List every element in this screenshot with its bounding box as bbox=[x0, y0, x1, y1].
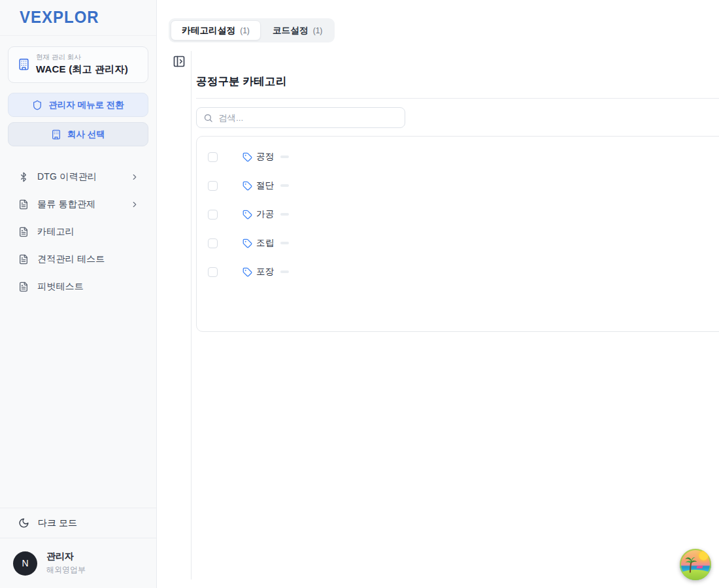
category-checkbox[interactable] bbox=[208, 267, 218, 277]
main-content: 카테고리설정 (1) 코드설정 (1) 공정구분 카테고리 bbox=[157, 0, 719, 588]
company-card-label: 현재 관리 회사 bbox=[36, 53, 128, 62]
vexplor-logo: VEXPLOR bbox=[20, 8, 99, 27]
category-dash bbox=[280, 213, 289, 216]
tag-icon bbox=[242, 238, 252, 248]
vertical-divider bbox=[191, 51, 192, 580]
sidebar-nav: DTG 이력관리 물류 통합관제 카테고리 견적관리 테스트 bbox=[0, 163, 156, 301]
user-department: 해외영업부 bbox=[46, 564, 86, 576]
category-row: 포장 bbox=[197, 257, 719, 286]
search-input[interactable] bbox=[218, 113, 398, 123]
category-row: 절단 bbox=[197, 171, 719, 200]
select-company-button[interactable]: 회사 선택 bbox=[8, 122, 148, 146]
current-company-card: 현재 관리 회사 WACE (최고 관리자) bbox=[8, 46, 148, 83]
category-row: 가공 bbox=[197, 200, 719, 229]
category-checkbox[interactable] bbox=[208, 181, 218, 191]
search-icon bbox=[203, 113, 213, 123]
tag-icon bbox=[242, 210, 252, 220]
category-dash bbox=[280, 184, 289, 187]
sidebar-spacer bbox=[0, 301, 156, 508]
palm-tree-icon bbox=[682, 554, 700, 574]
switch-admin-menu-button[interactable]: 관리자 메뉴로 전환 bbox=[8, 93, 148, 117]
user-name: 관리자 bbox=[46, 551, 86, 563]
category-checkbox[interactable] bbox=[208, 152, 218, 162]
sidebar-item-label: 카테고리 bbox=[37, 226, 75, 238]
category-row: 공정 bbox=[197, 142, 719, 171]
tag-icon bbox=[242, 267, 252, 277]
tab-label: 코드설정 bbox=[273, 25, 309, 37]
select-company-label: 회사 선택 bbox=[67, 129, 105, 140]
sidebar-item-label: DTG 이력관리 bbox=[37, 171, 97, 183]
category-dash bbox=[280, 242, 289, 244]
avatar: N bbox=[13, 551, 37, 576]
tab-count-badge: (1) bbox=[240, 26, 250, 35]
dark-mode-label: 다크 모드 bbox=[38, 517, 77, 529]
settings-tabbar: 카테고리설정 (1) 코드설정 (1) bbox=[169, 18, 335, 42]
document-icon bbox=[18, 227, 29, 237]
sidebar-item-logistics-control[interactable]: 물류 통합관제 bbox=[0, 191, 156, 218]
tab-category-settings[interactable]: 카테고리설정 (1) bbox=[171, 20, 261, 41]
tab-code-settings[interactable]: 코드설정 (1) bbox=[262, 20, 333, 41]
sidebar-item-dtg-history[interactable]: DTG 이력관리 bbox=[0, 163, 156, 191]
category-checkbox[interactable] bbox=[208, 238, 218, 248]
sidebar-item-quote-test[interactable]: 견적관리 테스트 bbox=[0, 246, 156, 273]
bluetooth-icon bbox=[18, 172, 29, 182]
building-icon bbox=[18, 58, 30, 71]
dark-mode-toggle[interactable]: 다크 모드 bbox=[0, 508, 156, 538]
section-title: 공정구분 카테고리 bbox=[196, 74, 719, 89]
panel-collapse-toggle-icon[interactable] bbox=[173, 55, 187, 69]
sidebar-item-label: 견적관리 테스트 bbox=[37, 253, 105, 265]
category-dash bbox=[280, 270, 289, 273]
category-dash bbox=[280, 155, 289, 158]
category-search bbox=[196, 107, 405, 128]
category-label[interactable]: 공정 bbox=[256, 151, 274, 163]
tag-icon bbox=[242, 181, 252, 191]
tag-icon bbox=[242, 152, 252, 162]
category-row: 조립 bbox=[197, 229, 719, 257]
chevron-right-icon bbox=[130, 172, 139, 182]
tab-count-badge: (1) bbox=[313, 26, 323, 35]
section-divider bbox=[196, 98, 719, 99]
moon-icon bbox=[18, 517, 29, 529]
category-section: 공정구분 카테고리 공정 bbox=[196, 51, 719, 332]
category-label[interactable]: 포장 bbox=[256, 266, 274, 278]
sidebar-item-category[interactable]: 카테고리 bbox=[0, 218, 156, 246]
switch-admin-menu-label: 관리자 메뉴로 전환 bbox=[48, 99, 124, 111]
logo-row: VEXPLOR bbox=[0, 0, 156, 36]
island-widget-button[interactable] bbox=[680, 549, 711, 580]
chevron-right-icon bbox=[130, 200, 139, 209]
category-label[interactable]: 가공 bbox=[256, 208, 274, 220]
company-name: WACE (최고 관리자) bbox=[36, 63, 128, 76]
tab-label: 카테고리설정 bbox=[182, 25, 235, 37]
category-label[interactable]: 조립 bbox=[256, 237, 274, 249]
building-icon bbox=[51, 129, 61, 140]
category-tree-panel: 공정 절단 가공 bbox=[196, 136, 719, 332]
document-icon bbox=[18, 282, 29, 292]
shield-icon bbox=[32, 100, 42, 110]
document-icon bbox=[18, 199, 29, 210]
category-checkbox[interactable] bbox=[208, 210, 218, 220]
sidebar-item-label: 물류 통합관제 bbox=[37, 199, 95, 210]
sidebar-item-pivot-test[interactable]: 피벗테스트 bbox=[0, 273, 156, 301]
user-profile[interactable]: N 관리자 해외영업부 bbox=[0, 538, 156, 588]
avatar-initial: N bbox=[22, 558, 28, 568]
sidebar-item-label: 피벗테스트 bbox=[37, 281, 84, 293]
category-label[interactable]: 절단 bbox=[256, 180, 274, 191]
document-icon bbox=[18, 254, 29, 265]
sidebar: VEXPLOR 현재 관리 회사 WACE (최고 관리자) 관리자 메뉴로 전… bbox=[0, 0, 157, 588]
